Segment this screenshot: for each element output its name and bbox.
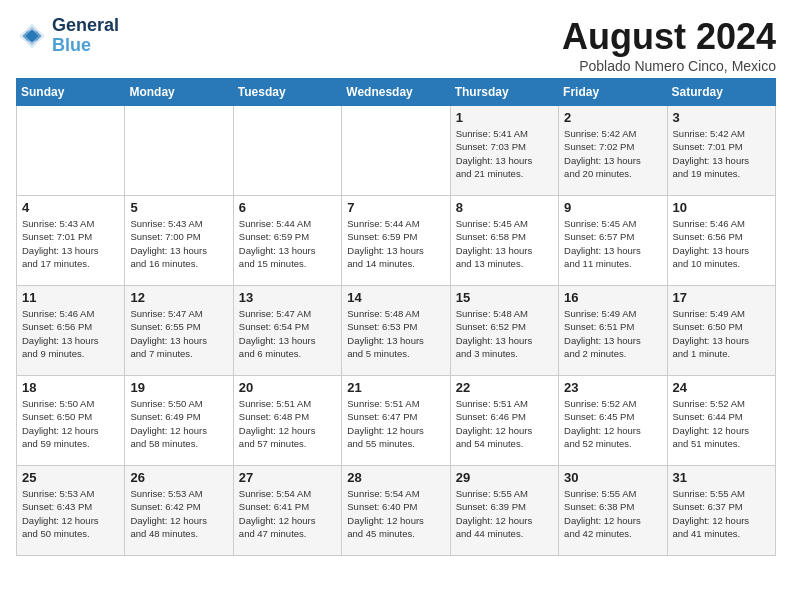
calendar-cell: 5Sunrise: 5:43 AM Sunset: 7:00 PM Daylig…	[125, 196, 233, 286]
calendar-cell: 19Sunrise: 5:50 AM Sunset: 6:49 PM Dayli…	[125, 376, 233, 466]
day-number: 8	[456, 200, 553, 215]
calendar-cell: 21Sunrise: 5:51 AM Sunset: 6:47 PM Dayli…	[342, 376, 450, 466]
calendar-cell: 1Sunrise: 5:41 AM Sunset: 7:03 PM Daylig…	[450, 106, 558, 196]
day-number: 25	[22, 470, 119, 485]
day-number: 1	[456, 110, 553, 125]
day-number: 7	[347, 200, 444, 215]
day-number: 11	[22, 290, 119, 305]
day-info: Sunrise: 5:50 AM Sunset: 6:50 PM Dayligh…	[22, 397, 119, 450]
calendar-cell: 12Sunrise: 5:47 AM Sunset: 6:55 PM Dayli…	[125, 286, 233, 376]
day-info: Sunrise: 5:51 AM Sunset: 6:48 PM Dayligh…	[239, 397, 336, 450]
day-info: Sunrise: 5:50 AM Sunset: 6:49 PM Dayligh…	[130, 397, 227, 450]
day-number: 19	[130, 380, 227, 395]
day-number: 21	[347, 380, 444, 395]
calendar-cell: 20Sunrise: 5:51 AM Sunset: 6:48 PM Dayli…	[233, 376, 341, 466]
day-info: Sunrise: 5:45 AM Sunset: 6:58 PM Dayligh…	[456, 217, 553, 270]
day-number: 12	[130, 290, 227, 305]
calendar-cell: 27Sunrise: 5:54 AM Sunset: 6:41 PM Dayli…	[233, 466, 341, 556]
calendar-cell: 18Sunrise: 5:50 AM Sunset: 6:50 PM Dayli…	[17, 376, 125, 466]
calendar-cell: 16Sunrise: 5:49 AM Sunset: 6:51 PM Dayli…	[559, 286, 667, 376]
calendar-cell: 30Sunrise: 5:55 AM Sunset: 6:38 PM Dayli…	[559, 466, 667, 556]
day-number: 2	[564, 110, 661, 125]
day-info: Sunrise: 5:52 AM Sunset: 6:45 PM Dayligh…	[564, 397, 661, 450]
day-info: Sunrise: 5:55 AM Sunset: 6:37 PM Dayligh…	[673, 487, 770, 540]
col-header-tuesday: Tuesday	[233, 79, 341, 106]
calendar-cell: 4Sunrise: 5:43 AM Sunset: 7:01 PM Daylig…	[17, 196, 125, 286]
col-header-wednesday: Wednesday	[342, 79, 450, 106]
calendar-cell: 23Sunrise: 5:52 AM Sunset: 6:45 PM Dayli…	[559, 376, 667, 466]
col-header-sunday: Sunday	[17, 79, 125, 106]
title-block: August 2024 Poblado Numero Cinco, Mexico	[562, 16, 776, 74]
day-info: Sunrise: 5:53 AM Sunset: 6:42 PM Dayligh…	[130, 487, 227, 540]
day-number: 23	[564, 380, 661, 395]
calendar-cell: 6Sunrise: 5:44 AM Sunset: 6:59 PM Daylig…	[233, 196, 341, 286]
day-info: Sunrise: 5:42 AM Sunset: 7:01 PM Dayligh…	[673, 127, 770, 180]
calendar-cell: 26Sunrise: 5:53 AM Sunset: 6:42 PM Dayli…	[125, 466, 233, 556]
calendar-cell: 10Sunrise: 5:46 AM Sunset: 6:56 PM Dayli…	[667, 196, 775, 286]
day-number: 24	[673, 380, 770, 395]
day-number: 30	[564, 470, 661, 485]
calendar-cell: 29Sunrise: 5:55 AM Sunset: 6:39 PM Dayli…	[450, 466, 558, 556]
calendar-cell	[125, 106, 233, 196]
calendar-cell: 9Sunrise: 5:45 AM Sunset: 6:57 PM Daylig…	[559, 196, 667, 286]
logo-icon	[16, 20, 48, 52]
day-info: Sunrise: 5:43 AM Sunset: 7:00 PM Dayligh…	[130, 217, 227, 270]
calendar-cell	[342, 106, 450, 196]
calendar-cell: 22Sunrise: 5:51 AM Sunset: 6:46 PM Dayli…	[450, 376, 558, 466]
day-info: Sunrise: 5:49 AM Sunset: 6:51 PM Dayligh…	[564, 307, 661, 360]
calendar-cell: 3Sunrise: 5:42 AM Sunset: 7:01 PM Daylig…	[667, 106, 775, 196]
day-info: Sunrise: 5:41 AM Sunset: 7:03 PM Dayligh…	[456, 127, 553, 180]
day-number: 13	[239, 290, 336, 305]
calendar-cell: 24Sunrise: 5:52 AM Sunset: 6:44 PM Dayli…	[667, 376, 775, 466]
calendar-cell: 31Sunrise: 5:55 AM Sunset: 6:37 PM Dayli…	[667, 466, 775, 556]
day-info: Sunrise: 5:53 AM Sunset: 6:43 PM Dayligh…	[22, 487, 119, 540]
day-number: 18	[22, 380, 119, 395]
day-number: 26	[130, 470, 227, 485]
day-info: Sunrise: 5:54 AM Sunset: 6:41 PM Dayligh…	[239, 487, 336, 540]
col-header-monday: Monday	[125, 79, 233, 106]
calendar-cell	[17, 106, 125, 196]
calendar-cell: 15Sunrise: 5:48 AM Sunset: 6:52 PM Dayli…	[450, 286, 558, 376]
logo-text: GeneralBlue	[52, 16, 119, 56]
day-info: Sunrise: 5:42 AM Sunset: 7:02 PM Dayligh…	[564, 127, 661, 180]
day-info: Sunrise: 5:46 AM Sunset: 6:56 PM Dayligh…	[673, 217, 770, 270]
day-info: Sunrise: 5:52 AM Sunset: 6:44 PM Dayligh…	[673, 397, 770, 450]
col-header-thursday: Thursday	[450, 79, 558, 106]
location-subtitle: Poblado Numero Cinco, Mexico	[562, 58, 776, 74]
logo: GeneralBlue	[16, 16, 119, 56]
day-number: 27	[239, 470, 336, 485]
day-info: Sunrise: 5:43 AM Sunset: 7:01 PM Dayligh…	[22, 217, 119, 270]
day-number: 15	[456, 290, 553, 305]
day-number: 22	[456, 380, 553, 395]
day-number: 29	[456, 470, 553, 485]
col-header-friday: Friday	[559, 79, 667, 106]
col-header-saturday: Saturday	[667, 79, 775, 106]
calendar-cell: 2Sunrise: 5:42 AM Sunset: 7:02 PM Daylig…	[559, 106, 667, 196]
month-title: August 2024	[562, 16, 776, 58]
day-number: 6	[239, 200, 336, 215]
day-info: Sunrise: 5:45 AM Sunset: 6:57 PM Dayligh…	[564, 217, 661, 270]
day-info: Sunrise: 5:55 AM Sunset: 6:39 PM Dayligh…	[456, 487, 553, 540]
calendar-cell: 17Sunrise: 5:49 AM Sunset: 6:50 PM Dayli…	[667, 286, 775, 376]
day-info: Sunrise: 5:48 AM Sunset: 6:53 PM Dayligh…	[347, 307, 444, 360]
day-number: 5	[130, 200, 227, 215]
day-info: Sunrise: 5:44 AM Sunset: 6:59 PM Dayligh…	[239, 217, 336, 270]
calendar-cell: 14Sunrise: 5:48 AM Sunset: 6:53 PM Dayli…	[342, 286, 450, 376]
day-number: 14	[347, 290, 444, 305]
day-info: Sunrise: 5:46 AM Sunset: 6:56 PM Dayligh…	[22, 307, 119, 360]
calendar-cell	[233, 106, 341, 196]
day-info: Sunrise: 5:47 AM Sunset: 6:54 PM Dayligh…	[239, 307, 336, 360]
calendar-cell: 7Sunrise: 5:44 AM Sunset: 6:59 PM Daylig…	[342, 196, 450, 286]
calendar-cell: 25Sunrise: 5:53 AM Sunset: 6:43 PM Dayli…	[17, 466, 125, 556]
calendar-cell: 13Sunrise: 5:47 AM Sunset: 6:54 PM Dayli…	[233, 286, 341, 376]
calendar-cell: 28Sunrise: 5:54 AM Sunset: 6:40 PM Dayli…	[342, 466, 450, 556]
day-info: Sunrise: 5:44 AM Sunset: 6:59 PM Dayligh…	[347, 217, 444, 270]
calendar-cell: 11Sunrise: 5:46 AM Sunset: 6:56 PM Dayli…	[17, 286, 125, 376]
day-info: Sunrise: 5:49 AM Sunset: 6:50 PM Dayligh…	[673, 307, 770, 360]
day-info: Sunrise: 5:51 AM Sunset: 6:46 PM Dayligh…	[456, 397, 553, 450]
day-number: 28	[347, 470, 444, 485]
day-number: 20	[239, 380, 336, 395]
day-number: 4	[22, 200, 119, 215]
day-info: Sunrise: 5:54 AM Sunset: 6:40 PM Dayligh…	[347, 487, 444, 540]
calendar-cell: 8Sunrise: 5:45 AM Sunset: 6:58 PM Daylig…	[450, 196, 558, 286]
